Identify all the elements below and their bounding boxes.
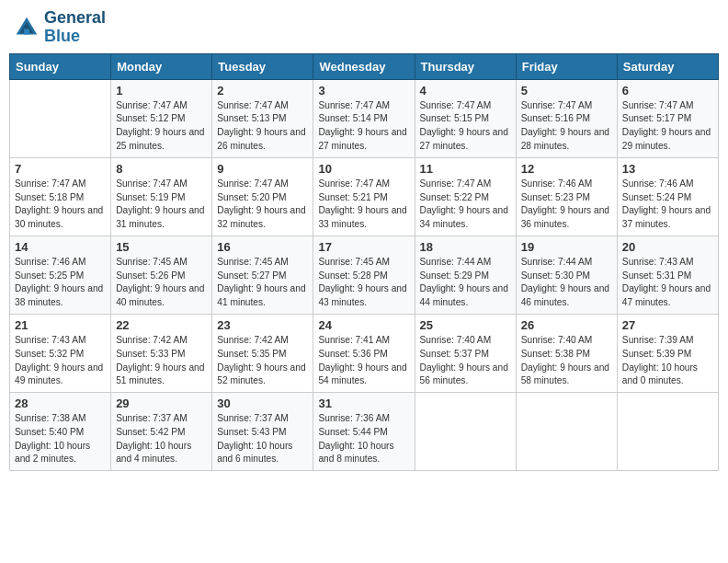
calendar-cell: 27Sunrise: 7:39 AMSunset: 5:39 PMDayligh… <box>617 314 718 392</box>
day-number: 3 <box>318 84 409 98</box>
day-number: 16 <box>217 240 308 254</box>
cell-details: Sunrise: 7:37 AMSunset: 5:43 PMDaylight:… <box>217 412 308 466</box>
cell-details: Sunrise: 7:43 AMSunset: 5:31 PMDaylight:… <box>622 256 713 310</box>
calendar-cell: 12Sunrise: 7:46 AMSunset: 5:23 PMDayligh… <box>516 157 617 236</box>
cell-details: Sunrise: 7:47 AMSunset: 5:17 PMDaylight:… <box>622 99 713 154</box>
day-number: 28 <box>15 396 106 410</box>
cell-details: Sunrise: 7:45 AMSunset: 5:26 PMDaylight:… <box>116 256 207 310</box>
week-row-2: 7Sunrise: 7:47 AMSunset: 5:18 PMDaylight… <box>10 157 719 236</box>
calendar-cell: 5Sunrise: 7:47 AMSunset: 5:16 PMDaylight… <box>516 79 617 157</box>
calendar-cell: 30Sunrise: 7:37 AMSunset: 5:43 PMDayligh… <box>212 393 313 471</box>
day-number: 10 <box>318 162 409 176</box>
logo-line1: General <box>44 9 106 28</box>
calendar-cell: 14Sunrise: 7:46 AMSunset: 5:25 PMDayligh… <box>10 236 111 314</box>
cell-details: Sunrise: 7:47 AMSunset: 5:18 PMDaylight:… <box>15 178 106 232</box>
calendar-cell <box>617 393 718 471</box>
day-header-wednesday: Wednesday <box>313 53 415 79</box>
day-number: 5 <box>521 84 612 98</box>
day-number: 9 <box>217 162 308 176</box>
calendar-cell: 18Sunrise: 7:44 AMSunset: 5:29 PMDayligh… <box>415 236 516 314</box>
calendar-cell: 21Sunrise: 7:43 AMSunset: 5:32 PMDayligh… <box>10 314 111 392</box>
cell-details: Sunrise: 7:42 AMSunset: 5:33 PMDaylight:… <box>116 334 207 388</box>
logo-line2: Blue <box>44 28 106 46</box>
calendar-header-row: SundayMondayTuesdayWednesdayThursdayFrid… <box>10 53 719 79</box>
day-number: 19 <box>521 240 612 254</box>
day-number: 17 <box>318 240 409 254</box>
calendar-cell: 10Sunrise: 7:47 AMSunset: 5:21 PMDayligh… <box>313 157 415 236</box>
cell-details: Sunrise: 7:44 AMSunset: 5:30 PMDaylight:… <box>521 256 612 310</box>
cell-details: Sunrise: 7:41 AMSunset: 5:36 PMDaylight:… <box>318 334 409 388</box>
svg-rect-2 <box>24 29 29 34</box>
day-number: 31 <box>318 396 409 410</box>
cell-details: Sunrise: 7:43 AMSunset: 5:32 PMDaylight:… <box>15 334 106 388</box>
page-header: General Blue <box>9 9 719 46</box>
day-number: 4 <box>420 84 511 98</box>
cell-details: Sunrise: 7:45 AMSunset: 5:27 PMDaylight:… <box>217 256 308 310</box>
calendar-cell: 17Sunrise: 7:45 AMSunset: 5:28 PMDayligh… <box>313 236 415 314</box>
day-number: 26 <box>521 318 612 332</box>
day-number: 24 <box>318 318 409 332</box>
day-number: 18 <box>420 240 511 254</box>
cell-details: Sunrise: 7:44 AMSunset: 5:29 PMDaylight:… <box>420 256 511 310</box>
calendar-cell: 4Sunrise: 7:47 AMSunset: 5:15 PMDaylight… <box>415 79 516 157</box>
day-number: 21 <box>15 318 106 332</box>
day-number: 20 <box>622 240 713 254</box>
calendar-cell: 19Sunrise: 7:44 AMSunset: 5:30 PMDayligh… <box>516 236 617 314</box>
day-number: 29 <box>116 396 207 410</box>
cell-details: Sunrise: 7:47 AMSunset: 5:15 PMDaylight:… <box>420 99 511 154</box>
cell-details: Sunrise: 7:46 AMSunset: 5:25 PMDaylight:… <box>15 256 106 310</box>
calendar-cell: 11Sunrise: 7:47 AMSunset: 5:22 PMDayligh… <box>415 157 516 236</box>
day-number: 30 <box>217 396 308 410</box>
day-number: 8 <box>116 162 207 176</box>
calendar-body: 1Sunrise: 7:47 AMSunset: 5:12 PMDaylight… <box>10 79 719 471</box>
day-number: 11 <box>420 162 511 176</box>
cell-details: Sunrise: 7:38 AMSunset: 5:40 PMDaylight:… <box>15 412 106 466</box>
week-row-1: 1Sunrise: 7:47 AMSunset: 5:12 PMDaylight… <box>10 79 719 157</box>
calendar-cell: 6Sunrise: 7:47 AMSunset: 5:17 PMDaylight… <box>617 79 718 157</box>
day-header-sunday: Sunday <box>10 53 111 79</box>
cell-details: Sunrise: 7:47 AMSunset: 5:14 PMDaylight:… <box>318 99 409 154</box>
day-header-thursday: Thursday <box>415 53 516 79</box>
calendar-cell: 22Sunrise: 7:42 AMSunset: 5:33 PMDayligh… <box>111 314 212 392</box>
calendar-table: SundayMondayTuesdayWednesdayThursdayFrid… <box>9 53 719 472</box>
day-number: 14 <box>15 240 106 254</box>
cell-details: Sunrise: 7:45 AMSunset: 5:28 PMDaylight:… <box>318 256 409 310</box>
cell-details: Sunrise: 7:47 AMSunset: 5:20 PMDaylight:… <box>217 178 308 232</box>
cell-details: Sunrise: 7:47 AMSunset: 5:19 PMDaylight:… <box>116 178 207 232</box>
day-number: 1 <box>116 84 207 98</box>
calendar-cell: 20Sunrise: 7:43 AMSunset: 5:31 PMDayligh… <box>617 236 718 314</box>
logo-icon <box>13 14 40 41</box>
cell-details: Sunrise: 7:40 AMSunset: 5:37 PMDaylight:… <box>420 334 511 388</box>
cell-details: Sunrise: 7:47 AMSunset: 5:12 PMDaylight:… <box>116 99 207 154</box>
day-number: 25 <box>420 318 511 332</box>
cell-details: Sunrise: 7:37 AMSunset: 5:42 PMDaylight:… <box>116 412 207 466</box>
cell-details: Sunrise: 7:42 AMSunset: 5:35 PMDaylight:… <box>217 334 308 388</box>
calendar-cell <box>415 393 516 471</box>
cell-details: Sunrise: 7:46 AMSunset: 5:24 PMDaylight:… <box>622 178 713 232</box>
day-number: 23 <box>217 318 308 332</box>
calendar-cell <box>516 393 617 471</box>
calendar-cell: 8Sunrise: 7:47 AMSunset: 5:19 PMDaylight… <box>111 157 212 236</box>
day-number: 7 <box>15 162 106 176</box>
calendar-cell: 2Sunrise: 7:47 AMSunset: 5:13 PMDaylight… <box>212 79 313 157</box>
day-number: 6 <box>622 84 713 98</box>
week-row-3: 14Sunrise: 7:46 AMSunset: 5:25 PMDayligh… <box>10 236 719 314</box>
calendar-cell: 26Sunrise: 7:40 AMSunset: 5:38 PMDayligh… <box>516 314 617 392</box>
calendar-cell: 25Sunrise: 7:40 AMSunset: 5:37 PMDayligh… <box>415 314 516 392</box>
calendar-cell: 7Sunrise: 7:47 AMSunset: 5:18 PMDaylight… <box>10 157 111 236</box>
cell-details: Sunrise: 7:39 AMSunset: 5:39 PMDaylight:… <box>622 334 713 388</box>
calendar-cell: 28Sunrise: 7:38 AMSunset: 5:40 PMDayligh… <box>10 393 111 471</box>
day-header-monday: Monday <box>111 53 212 79</box>
day-number: 2 <box>217 84 308 98</box>
calendar-cell <box>10 79 111 157</box>
day-number: 27 <box>622 318 713 332</box>
calendar-cell: 3Sunrise: 7:47 AMSunset: 5:14 PMDaylight… <box>313 79 415 157</box>
day-header-friday: Friday <box>516 53 617 79</box>
day-header-tuesday: Tuesday <box>212 53 313 79</box>
calendar-cell: 16Sunrise: 7:45 AMSunset: 5:27 PMDayligh… <box>212 236 313 314</box>
week-row-5: 28Sunrise: 7:38 AMSunset: 5:40 PMDayligh… <box>10 393 719 471</box>
cell-details: Sunrise: 7:46 AMSunset: 5:23 PMDaylight:… <box>521 178 612 232</box>
day-number: 22 <box>116 318 207 332</box>
day-number: 15 <box>116 240 207 254</box>
calendar-cell: 15Sunrise: 7:45 AMSunset: 5:26 PMDayligh… <box>111 236 212 314</box>
